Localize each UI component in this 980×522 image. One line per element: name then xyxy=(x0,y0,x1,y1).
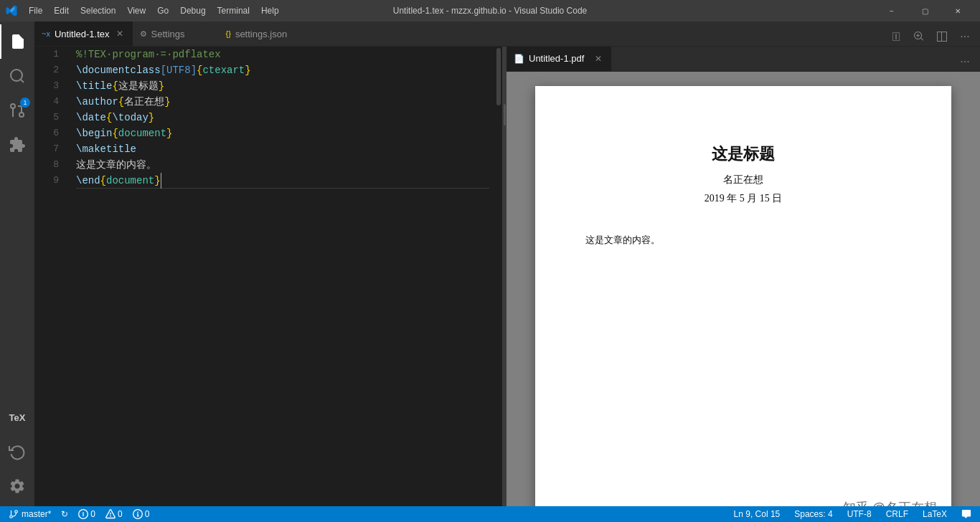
scrollbar-thumb xyxy=(496,48,501,105)
settings-gear-icon xyxy=(9,478,26,495)
layout-button[interactable] xyxy=(933,27,951,46)
activity-refresh[interactable] xyxy=(0,435,34,469)
window-title: Untitled-1.tex - mzzx.github.io - Visual… xyxy=(393,6,588,16)
sync-status[interactable]: ↻ xyxy=(58,506,71,522)
code-scrollbar[interactable] xyxy=(495,47,502,506)
code-line-7: \maketitle xyxy=(76,141,489,157)
pdf-tab[interactable]: 📄 Untitled-1.pdf ✕ xyxy=(507,47,611,71)
menu-selection[interactable]: Selection xyxy=(75,4,121,17)
line-ending-status[interactable]: CRLF xyxy=(883,506,911,522)
zoom-icon xyxy=(913,31,925,42)
pdf-author: 名正在想 xyxy=(723,174,763,186)
feedback-button[interactable] xyxy=(958,506,974,522)
titlebar: File Edit Selection View Go Debug Termin… xyxy=(0,0,980,22)
cursor-position-status[interactable]: Ln 9, Col 15 xyxy=(731,506,783,522)
menu-help[interactable]: Help xyxy=(255,4,285,17)
window-controls: − ▢ ✕ xyxy=(875,0,974,22)
activity-extensions[interactable] xyxy=(0,128,34,162)
feedback-icon xyxy=(961,509,971,519)
close-button[interactable]: ✕ xyxy=(941,0,974,22)
menu-go[interactable]: Go xyxy=(151,4,174,17)
line-num-2: 2 xyxy=(34,62,65,78)
line-num-6: 6 xyxy=(34,125,65,141)
split-editor-button[interactable] xyxy=(887,27,905,46)
pdf-file-icon: 📄 xyxy=(514,54,524,64)
language-status[interactable]: LaTeX xyxy=(920,506,950,522)
code-line-6: \begin{document} xyxy=(76,125,489,141)
activity-bar: 1 TeX xyxy=(0,22,34,506)
activity-explorer[interactable] xyxy=(0,24,34,59)
cursor-position: Ln 9, Col 15 xyxy=(734,509,781,519)
code-lines: %!TEX·program·=·pdflatex \documentclass[… xyxy=(70,47,495,506)
line-ending: CRLF xyxy=(886,509,908,519)
split-editor-icon xyxy=(890,31,902,42)
more-actions-button[interactable]: ··· xyxy=(956,27,974,46)
code-content: 1 2 3 4 5 6 7 8 9 %!TEX·program·=·pdflat… xyxy=(34,47,502,506)
menu-edit[interactable]: Edit xyxy=(48,4,75,17)
files-icon xyxy=(9,33,27,50)
info-count: 0 xyxy=(145,509,150,519)
encoding-status[interactable]: UTF-8 xyxy=(844,506,875,522)
pdf-actions: ··· xyxy=(950,52,980,71)
pdf-tab-close[interactable]: ✕ xyxy=(593,53,604,65)
menu-file[interactable]: File xyxy=(23,4,48,17)
errors-count: 0 xyxy=(90,509,95,519)
json-file-icon: {} xyxy=(226,29,231,38)
extensions-icon xyxy=(9,136,26,153)
pdf-page: 这是标题 名正在想 2019 年 5 月 15 日 这是文章的内容。 知乎 @名… xyxy=(535,86,951,506)
line-num-9: 9 xyxy=(34,173,65,189)
svg-line-1 xyxy=(21,80,24,82)
warnings-count: 0 xyxy=(118,509,123,519)
activity-tex[interactable]: TeX xyxy=(0,400,34,435)
search-icon xyxy=(9,67,26,85)
zoom-button[interactable] xyxy=(910,27,928,46)
tab-settings-json[interactable]: {} settings.json xyxy=(219,22,305,46)
warning-icon xyxy=(105,509,116,519)
language: LaTeX xyxy=(923,509,947,519)
tab-tex-close[interactable]: ✕ xyxy=(114,28,126,39)
editors-container: 1 2 3 4 5 6 7 8 9 %!TEX·program·=·pdflat… xyxy=(34,47,980,506)
tab-tex[interactable]: ~x Untitled-1.tex ✕ xyxy=(34,22,133,46)
tex-file-icon: ~x xyxy=(42,29,50,38)
line-num-8: 8 xyxy=(34,157,65,173)
pdf-content: 这是标题 名正在想 2019 年 5 月 15 日 这是文章的内容。 知乎 @名… xyxy=(507,72,980,506)
tab-bar: ~x Untitled-1.tex ✕ ⚙ Settings {} settin… xyxy=(34,22,980,47)
code-line-5: \date{\today} xyxy=(76,110,489,125)
settings-file-icon: ⚙ xyxy=(140,29,147,39)
status-right: Ln 9, Col 15 Spaces: 4 UTF-8 CRLF LaTeX xyxy=(731,506,974,522)
code-line-2: \documentclass[UTF8]{ctexart} xyxy=(76,62,489,78)
code-line-9: \end{document}​ xyxy=(76,173,489,189)
indentation-status[interactable]: Spaces: 4 xyxy=(791,506,835,522)
pdf-tab-label: Untitled-1.pdf xyxy=(529,53,584,64)
errors-status[interactable]: 0 xyxy=(75,506,98,522)
tab-settings[interactable]: ⚙ Settings xyxy=(133,22,219,46)
menu-terminal[interactable]: Terminal xyxy=(212,4,255,17)
minimize-button[interactable]: − xyxy=(875,0,908,22)
info-status[interactable]: 0 xyxy=(130,506,153,522)
line-num-1: 1 xyxy=(34,47,65,62)
maximize-button[interactable]: ▢ xyxy=(908,0,941,22)
code-line-4: \author{名正在想} xyxy=(76,94,489,110)
info-icon xyxy=(133,509,143,519)
line-num-3: 3 xyxy=(34,78,65,94)
code-line-8: 这是文章的内容。 xyxy=(76,157,489,173)
layout-icon xyxy=(936,31,948,42)
titlebar-left: File Edit Selection View Go Debug Termin… xyxy=(6,4,285,17)
pdf-more-actions[interactable]: ··· xyxy=(956,52,974,71)
tab-settings-json-label: settings.json xyxy=(235,29,287,39)
status-left: master* ↻ 0 0 0 xyxy=(6,506,152,522)
activity-source-control[interactable]: 1 xyxy=(0,93,34,128)
line-num-7: 7 xyxy=(34,141,65,157)
pdf-title: 这是标题 xyxy=(712,143,775,165)
warnings-status[interactable]: 0 xyxy=(103,506,126,522)
git-branch-status[interactable]: master* xyxy=(6,506,54,522)
activity-settings[interactable] xyxy=(0,469,34,503)
pdf-preview: 📄 Untitled-1.pdf ✕ ··· 这是标题 名正在想 2019 年 … xyxy=(507,47,980,506)
activity-search[interactable] xyxy=(0,59,34,93)
encoding: UTF-8 xyxy=(847,509,872,519)
code-editor[interactable]: 1 2 3 4 5 6 7 8 9 %!TEX·program·=·pdflat… xyxy=(34,47,503,506)
menu-view[interactable]: View xyxy=(121,4,151,17)
menu-debug[interactable]: Debug xyxy=(174,4,211,17)
git-branch-label: master* xyxy=(22,509,51,519)
git-branch-icon xyxy=(9,509,19,519)
